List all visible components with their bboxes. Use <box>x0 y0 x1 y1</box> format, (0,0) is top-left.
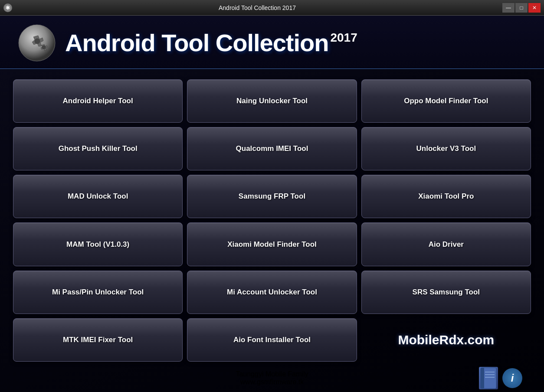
unlocker-v3-button[interactable]: Unlocker V3 Tool <box>361 127 531 170</box>
titlebar: ✱ Android Tool Collection 2017 — □ ✕ <box>0 0 544 16</box>
mobilerdx-label: MobileRdx.com <box>398 333 494 347</box>
app-logo <box>17 23 56 62</box>
header: Android Tool Collection 2017 <box>0 16 544 69</box>
svg-point-1 <box>35 39 40 44</box>
mi-account-button[interactable]: Mi Account Unlocker Tool <box>187 271 357 314</box>
mad-unlock-button[interactable]: MAD Unlock Tool <box>13 175 183 218</box>
oppo-model-finder-button[interactable]: Oppo Model Finder Tool <box>361 79 531 123</box>
maximize-button[interactable]: □ <box>515 3 528 13</box>
tools-grid: Android Helper Tool Naing Unlocker Tool … <box>0 69 544 366</box>
svg-point-2 <box>42 46 46 49</box>
footer-icons: i <box>479 367 522 389</box>
main-area: Android Tool Collection 2017 Android Hel… <box>0 16 544 392</box>
footer: Taunggyi Mobile Family www.gsmfirmware.t… <box>0 366 544 392</box>
app-year: 2017 <box>330 31 357 45</box>
family-name: Taunggyi Mobile Family <box>236 370 308 378</box>
android-helper-button[interactable]: Android Helper Tool <box>13 79 183 123</box>
mam-tool-button[interactable]: MAM Tool (V1.0.3) <box>13 222 183 266</box>
ghost-push-killer-button[interactable]: Ghost Push Killer Tool <box>13 127 183 170</box>
xiaomi-tool-pro-button[interactable]: Xiaomi Tool Pro <box>361 175 531 218</box>
samsung-frp-button[interactable]: Samsung FRP Tool <box>187 175 357 218</box>
footer-text: Taunggyi Mobile Family www.gsmfirmware.t… <box>236 370 308 386</box>
mtk-imei-fixer-button[interactable]: MTK IMEI Fixer Tool <box>13 318 183 362</box>
info-icon[interactable]: i <box>502 368 522 388</box>
qualcomm-imei-button[interactable]: Qualcomm IMEI Tool <box>187 127 357 170</box>
aio-font-installer-button[interactable]: Aio Font Installer Tool <box>187 318 357 362</box>
xiaomi-model-finder-button[interactable]: Xiaomi Model Finder Tool <box>187 222 357 266</box>
book-icon[interactable] <box>479 367 498 389</box>
app-title: Android Tool Collection <box>65 31 328 55</box>
minimize-button[interactable]: — <box>502 3 515 13</box>
app-icon: ✱ <box>3 3 12 12</box>
srs-samsung-button[interactable]: SRS Samsung Tool <box>361 271 531 314</box>
window-controls: — □ ✕ <box>502 3 541 13</box>
naing-unlocker-button[interactable]: Naing Unlocker Tool <box>187 79 357 123</box>
website-url: www.gsmfirmware.tk <box>236 378 308 386</box>
header-text: Android Tool Collection 2017 <box>65 31 357 55</box>
mobilerdx-cell: MobileRdx.com <box>361 318 531 362</box>
mi-pass-pin-button[interactable]: Mi Pass/Pin Unlocker Tool <box>13 271 183 314</box>
titlebar-title: Android Tool Collection 2017 <box>12 4 502 11</box>
aio-driver-button[interactable]: Aio Driver <box>361 222 531 266</box>
svg-rect-4 <box>481 368 484 389</box>
close-button[interactable]: ✕ <box>528 3 541 13</box>
